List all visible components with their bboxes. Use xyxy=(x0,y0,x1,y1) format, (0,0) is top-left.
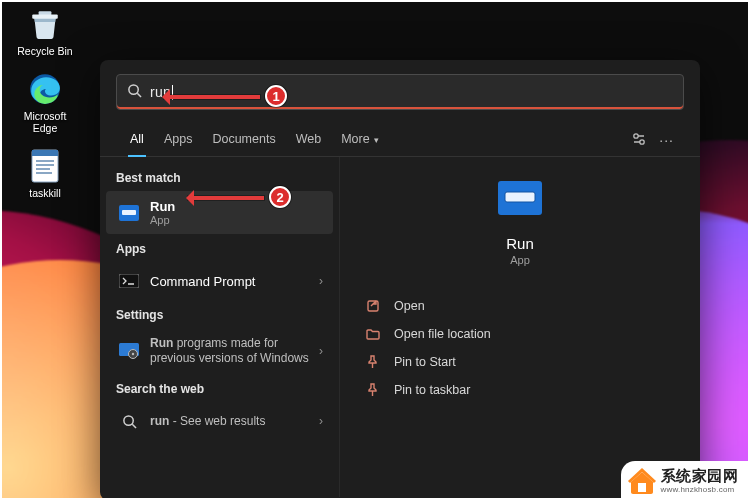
annotation-badge-1: 1 xyxy=(265,85,287,107)
chevron-down-icon: ▾ xyxy=(374,135,379,145)
result-web-suffix: - See web results xyxy=(169,414,265,428)
tab-more[interactable]: More▾ xyxy=(331,124,388,156)
svg-rect-15 xyxy=(119,274,139,288)
svg-point-12 xyxy=(640,139,644,143)
watermark-text-en: www.hnzkhosb.com xyxy=(661,485,739,494)
open-icon xyxy=(366,299,384,313)
svg-rect-6 xyxy=(36,164,54,166)
folder-icon xyxy=(366,328,384,340)
annotation-badge-2: 2 xyxy=(269,186,291,208)
result-command-prompt[interactable]: Command Prompt › xyxy=(106,262,333,300)
group-search-web: Search the web xyxy=(100,374,339,402)
svg-rect-1 xyxy=(32,14,58,18)
results-list: Best match Run App Apps Command Prompt xyxy=(100,157,340,497)
svg-point-9 xyxy=(129,84,138,93)
svg-line-10 xyxy=(137,93,141,97)
group-best-match: Best match xyxy=(100,163,339,191)
edge-icon xyxy=(27,71,63,107)
tab-all[interactable]: All xyxy=(120,124,154,156)
result-bold-term: Run xyxy=(150,336,173,350)
overflow-menu-icon[interactable]: ··· xyxy=(653,126,680,154)
svg-line-20 xyxy=(132,424,136,428)
action-open-file-location[interactable]: Open file location xyxy=(360,320,680,348)
settings-window-icon xyxy=(118,340,140,362)
svg-rect-25 xyxy=(638,483,646,492)
result-bold-term: run xyxy=(150,414,169,428)
search-input[interactable]: run xyxy=(116,74,684,110)
result-line1-rest: programs made for xyxy=(173,336,278,350)
watermark-text-cn: 系统家园网 xyxy=(661,467,739,484)
annotation-arrow-2 xyxy=(188,196,264,200)
tab-web[interactable]: Web xyxy=(286,124,331,156)
action-label: Pin to taskbar xyxy=(394,383,470,397)
desktop-icon-edge[interactable]: Microsoft Edge xyxy=(10,71,80,134)
chevron-right-icon: › xyxy=(319,414,323,428)
watermark: 系统家园网 www.hnzkhosb.com xyxy=(621,461,751,500)
svg-rect-22 xyxy=(505,192,535,202)
chevron-right-icon: › xyxy=(319,344,323,358)
desktop-icon-label: Recycle Bin xyxy=(17,45,72,57)
tab-documents[interactable]: Documents xyxy=(202,124,285,156)
result-web-text: run - See web results xyxy=(150,414,265,429)
text-file-icon xyxy=(27,148,63,184)
svg-point-18 xyxy=(132,353,134,355)
search-icon xyxy=(127,83,142,102)
action-open[interactable]: Open xyxy=(360,292,680,320)
search-icon xyxy=(118,410,140,432)
result-title: Command Prompt xyxy=(150,274,255,289)
result-preview-pane: Run App Open Open file location Pin to S… xyxy=(340,157,700,497)
search-tabs: All Apps Documents Web More▾ ··· xyxy=(100,120,700,157)
desktop-wallpaper: Recycle Bin Microsoft Edge taskkill run … xyxy=(0,0,750,500)
action-label: Open xyxy=(394,299,425,313)
run-icon xyxy=(118,202,140,224)
group-settings: Settings xyxy=(100,300,339,328)
search-options-icon[interactable] xyxy=(625,125,653,156)
action-label: Pin to Start xyxy=(394,355,456,369)
chevron-right-icon: › xyxy=(319,274,323,288)
desktop-icon-recycle-bin[interactable]: Recycle Bin xyxy=(10,6,80,57)
desktop-icons: Recycle Bin Microsoft Edge taskkill xyxy=(10,6,80,213)
desktop-icon-label: Microsoft Edge xyxy=(24,110,67,134)
terminal-icon xyxy=(118,270,140,292)
action-pin-taskbar[interactable]: Pin to taskbar xyxy=(360,376,680,404)
result-subtitle: App xyxy=(150,214,175,226)
svg-rect-5 xyxy=(36,160,54,162)
watermark-logo-icon xyxy=(627,466,657,496)
result-line2: previous versions of Windows xyxy=(150,351,309,366)
recycle-bin-icon xyxy=(27,6,63,42)
tab-more-label: More xyxy=(341,132,369,146)
result-web-search[interactable]: run - See web results › xyxy=(106,402,333,440)
svg-rect-4 xyxy=(32,150,58,156)
tab-apps[interactable]: Apps xyxy=(154,124,203,156)
group-apps: Apps xyxy=(100,234,339,262)
svg-point-11 xyxy=(634,133,638,137)
preview-subtitle: App xyxy=(510,254,530,266)
pin-icon xyxy=(366,383,384,397)
result-title: Run xyxy=(150,199,175,214)
start-search-panel: run All Apps Documents Web More▾ ··· Bes… xyxy=(100,60,700,500)
result-compat-settings[interactable]: Run programs made for previous versions … xyxy=(106,328,333,374)
run-icon xyxy=(498,181,542,225)
desktop-icon-taskkill[interactable]: taskkill xyxy=(10,148,80,199)
desktop-icon-label: taskkill xyxy=(29,187,61,199)
svg-rect-7 xyxy=(36,168,50,170)
annotation-arrow-1 xyxy=(164,95,260,99)
svg-rect-14 xyxy=(122,210,136,215)
preview-title: Run xyxy=(506,235,534,252)
svg-rect-8 xyxy=(36,172,52,174)
action-pin-start[interactable]: Pin to Start xyxy=(360,348,680,376)
svg-point-19 xyxy=(123,415,132,424)
action-label: Open file location xyxy=(394,327,491,341)
result-line1: Run programs made for xyxy=(150,336,309,351)
pin-icon xyxy=(366,355,384,369)
